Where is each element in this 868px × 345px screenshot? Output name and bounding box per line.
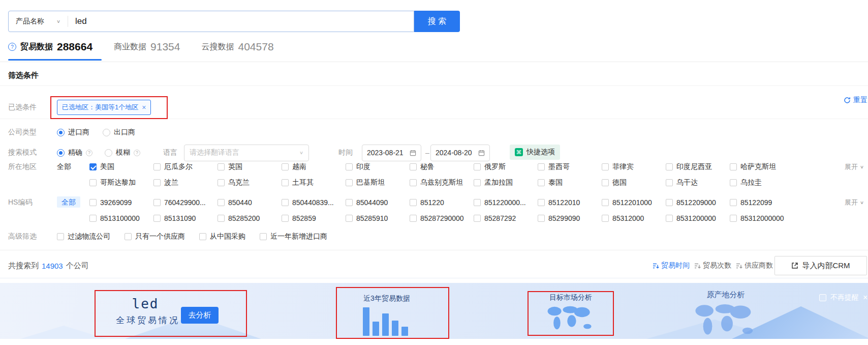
search-input[interactable] [68, 16, 414, 26]
hs-code-checkbox[interactable]: 85285200 [218, 214, 282, 222]
chevron-down-icon: ∨ [56, 19, 60, 24]
region-checkbox[interactable]: 越南 [282, 162, 346, 171]
search-category-dropdown[interactable]: 产品名称 ∨ [9, 17, 68, 26]
divider [0, 85, 868, 86]
selected-region-tag[interactable]: 已选地区：美国等1个地区 × [57, 100, 151, 115]
quick-options-button[interactable]: ⌘ 快捷选项 [510, 145, 560, 160]
region-checkbox[interactable]: 乌兹别克斯坦 [410, 178, 474, 187]
sort-option[interactable]: 贸易次数 [694, 261, 731, 270]
search-box: 产品名称 ∨ [8, 11, 414, 32]
hs-code-checkbox[interactable]: 85044090 [346, 198, 410, 207]
hs-code-checkbox[interactable]: 85122099 [730, 198, 794, 207]
hs-code-checkbox[interactable]: 85299090 [538, 214, 602, 222]
trade-card-title: 近3年贸易数据 [344, 294, 430, 303]
region-checkbox[interactable]: 巴基斯坦 [346, 178, 410, 187]
advanced-checkbox[interactable]: 过滤物流公司 [57, 232, 110, 241]
hs-code-checkbox[interactable]: 39269099 [89, 198, 153, 207]
region-checkbox[interactable]: 菲律宾 [602, 162, 666, 171]
region-checkbox[interactable]: 墨西哥 [538, 162, 602, 171]
language-select[interactable]: 请选择翻译语言 ∨ [184, 145, 309, 161]
region-checkbox[interactable]: 英国 [218, 162, 282, 171]
region-checkbox[interactable]: 印度尼西亚 [666, 162, 730, 171]
end-date-value: 2024-08-20 [436, 149, 472, 157]
hs-code-checkbox[interactable]: 850440839... [282, 198, 346, 207]
hs-code-checkbox[interactable]: 85287292 [474, 214, 538, 222]
dismiss-checkbox[interactable] [819, 294, 826, 301]
checkbox-label: 波兰 [164, 178, 178, 187]
hs-code-checkbox[interactable]: 851220 [410, 198, 474, 207]
radio-option[interactable]: 模糊 [105, 148, 140, 157]
region-checkbox[interactable]: 乌干达 [666, 178, 730, 187]
hs-code-checkbox[interactable]: 8513100000 [89, 214, 153, 222]
hs-all-link[interactable]: 全部 [57, 198, 89, 207]
hs-code-checkbox[interactable]: 85312000 [602, 214, 666, 222]
hs-code-checkbox[interactable]: 8512201000 [602, 198, 666, 207]
divider [0, 62, 868, 62]
checkbox-label: 泰国 [548, 178, 563, 187]
advanced-checkbox[interactable]: 只有一个供应商 [125, 232, 185, 241]
checkbox-icon [153, 215, 161, 222]
end-date-input[interactable]: 2024-08-20 [430, 145, 490, 161]
region-checkbox[interactable]: 乌拉圭 [730, 178, 794, 187]
hs-expand-link[interactable]: 展开∨ [845, 198, 864, 207]
reset-link[interactable]: 重置 [844, 96, 867, 105]
radio-option[interactable]: 精确 [57, 148, 92, 157]
radio-option[interactable]: 进口商 [57, 128, 89, 137]
tab-cloud-search-data[interactable]: 云搜数据 404578 [201, 41, 273, 53]
region-checkbox[interactable]: 印度 [346, 162, 410, 171]
hs-code-checkbox[interactable]: 851220000... [474, 198, 538, 207]
radio-option[interactable]: 出口商 [103, 128, 135, 137]
region-all-link[interactable]: 全部 [57, 162, 89, 171]
region-checkbox[interactable]: 秘鲁 [410, 162, 474, 171]
region-row-1: 所在地区 全部 美国厄瓜多尔英国越南印度秘鲁俄罗斯墨西哥菲律宾印度尼西亚哈萨克斯… [0, 160, 868, 174]
search-bar: 产品名称 ∨ 搜 索 [8, 11, 460, 32]
sort-option[interactable]: 贸易时间 [653, 261, 690, 270]
hs-code-checkbox[interactable]: 85312000000 [730, 214, 794, 222]
trade-search-page: 产品名称 ∨ 搜 索 ? 贸易数据 288664 商业数据 91354 云搜数据… [0, 0, 868, 345]
advanced-checkbox[interactable]: 近一年新增进口商 [260, 232, 327, 241]
target-market-card[interactable]: 目标市场分析 [530, 293, 611, 334]
command-icon: ⌘ [515, 148, 523, 156]
checkbox-icon [199, 233, 206, 240]
region-options-row1: 美国厄瓜多尔英国越南印度秘鲁俄罗斯墨西哥菲律宾印度尼西亚哈萨克斯坦 [89, 162, 794, 171]
start-date-input[interactable]: 2023-08-21 [362, 145, 421, 161]
checkbox-label: 近一年新增进口商 [270, 232, 327, 241]
hs-code-checkbox[interactable]: 85285910 [346, 214, 410, 222]
bar-chart-icon [363, 307, 430, 336]
origin-analysis-card[interactable]: 原产地分析 [680, 290, 771, 339]
radio-label: 进口商 [68, 128, 89, 137]
help-icon[interactable]: ? [8, 43, 16, 51]
region-checkbox[interactable]: 哥斯达黎加 [89, 178, 153, 187]
hs-code-checkbox[interactable]: 85131090 [153, 214, 218, 222]
close-icon[interactable]: × [863, 293, 867, 302]
region-checkbox[interactable]: 波兰 [153, 178, 218, 187]
close-icon[interactable]: × [142, 103, 146, 111]
hs-code-checkbox[interactable]: 760429900... [153, 198, 218, 207]
region-checkbox[interactable]: 德国 [602, 178, 666, 187]
hs-code-checkbox[interactable]: 850440 [218, 198, 282, 207]
region-checkbox[interactable]: 厄瓜多尔 [153, 162, 218, 171]
tab-trade-data[interactable]: ? 贸易数据 288664 [8, 41, 92, 53]
region-checkbox[interactable]: 泰国 [538, 178, 602, 187]
checkbox-label: 85285910 [356, 214, 388, 222]
search-button[interactable]: 搜 索 [414, 11, 460, 32]
tab-business-data[interactable]: 商业数据 91354 [114, 41, 180, 53]
trade-data-card[interactable]: 近3年贸易数据 [344, 294, 430, 336]
hs-code-checkbox[interactable]: 8531200000 [666, 214, 730, 222]
region-checkbox[interactable]: 哈萨克斯坦 [730, 162, 794, 171]
region-checkbox[interactable]: 乌克兰 [218, 178, 282, 187]
region-checkbox[interactable]: 俄罗斯 [474, 162, 538, 171]
import-crm-button[interactable]: 导入内部CRM [774, 256, 867, 275]
hs-code-checkbox[interactable]: 8512209000 [666, 198, 730, 207]
region-checkbox[interactable]: 孟加拉国 [474, 178, 538, 187]
sort-option[interactable]: 供应商数 [736, 261, 773, 270]
hs-code-checkbox[interactable]: 85287290000 [410, 214, 474, 222]
advanced-checkbox[interactable]: 从中国采购 [199, 232, 245, 241]
analyze-button[interactable]: 去分析 [181, 307, 219, 324]
hs-code-checkbox[interactable]: 852859 [282, 214, 346, 222]
region-checkbox[interactable]: 美国 [89, 162, 153, 171]
checkbox-label: 厄瓜多尔 [164, 162, 193, 171]
hs-code-checkbox[interactable]: 85122010 [538, 198, 602, 207]
region-expand-link[interactable]: 展开∨ [845, 162, 864, 171]
region-checkbox[interactable]: 土耳其 [282, 178, 346, 187]
